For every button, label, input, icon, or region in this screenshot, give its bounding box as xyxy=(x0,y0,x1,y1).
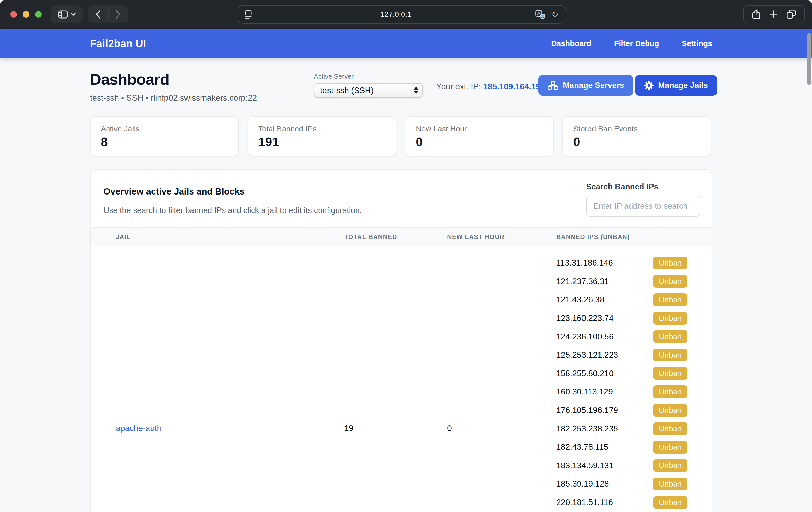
external-ip-label: Your ext. IP: xyxy=(436,82,481,91)
banned-ip: 123.160.223.74 xyxy=(556,313,613,323)
browser-window: 127.0.0.1 A 文 ↻ xyxy=(0,0,812,512)
nav-link-settings[interactable]: Settings xyxy=(682,39,712,48)
unban-button[interactable]: Unban xyxy=(653,349,688,362)
sitemap-icon xyxy=(548,81,558,90)
column-header-new-last-hour: NEW LAST HOUR xyxy=(447,233,556,240)
search-banned-ips-input[interactable] xyxy=(586,196,700,217)
manage-servers-button[interactable]: Manage Servers xyxy=(538,75,633,96)
table-row: apache-auth 19 0 113.31.186.146 Unban 12… xyxy=(91,247,712,512)
reload-icon[interactable]: ↻ xyxy=(551,10,558,19)
overview-card: Overview active Jails and Blocks Use the… xyxy=(90,169,712,512)
unban-button[interactable]: Unban xyxy=(653,386,688,398)
unban-button[interactable]: Unban xyxy=(653,293,688,306)
zoom-window-button[interactable] xyxy=(35,11,42,18)
active-server-value: test-ssh (SSH) xyxy=(320,86,414,95)
active-server-group: Active Server test-ssh (SSH) xyxy=(314,73,423,97)
banned-ip-row: 158.255.80.210 Unban xyxy=(556,364,688,383)
url-text: 127.0.0.1 xyxy=(256,10,535,19)
stat-value: 8 xyxy=(101,135,228,149)
banned-ip: 158.255.80.210 xyxy=(556,369,613,378)
tab-overview-icon[interactable] xyxy=(786,9,796,19)
overview-subtitle: Use the search to filter banned IPs and … xyxy=(104,206,362,215)
app-brand[interactable]: Fail2ban UI xyxy=(90,38,146,49)
stat-card-total-banned: Total Banned IPs 191 xyxy=(248,116,396,157)
svg-text:A: A xyxy=(537,11,540,16)
banned-ip-row: 121.43.26.38 Unban xyxy=(556,290,688,309)
manage-servers-label: Manage Servers xyxy=(563,81,624,90)
app-navbar: Fail2ban UI Dashboard Filter Debug Setti… xyxy=(0,29,812,58)
unban-button[interactable]: Unban xyxy=(653,478,688,490)
overview-title: Overview active Jails and Blocks xyxy=(104,186,245,197)
stat-cards: Active Jails 8 Total Banned IPs 191 New … xyxy=(90,116,722,157)
active-server-select[interactable]: test-ssh (SSH) xyxy=(314,83,423,97)
stat-card-active-jails: Active Jails 8 xyxy=(90,116,239,157)
chevron-down-icon xyxy=(71,13,76,16)
stat-card-stored-ban-events: Stored Ban Events 0 xyxy=(562,116,711,157)
close-window-button[interactable] xyxy=(10,11,17,18)
banned-ip: 185.39.19.128 xyxy=(556,479,609,489)
share-icon[interactable] xyxy=(752,9,760,19)
banned-ip: 113.31.186.146 xyxy=(556,258,613,267)
translate-icon[interactable]: A 文 xyxy=(535,10,545,19)
external-ip: Your ext. IP: 185.109.164.199 xyxy=(436,82,545,91)
page-subtitle: test-ssh • SSH • rlinfp02.swissmakers.co… xyxy=(90,93,257,103)
manage-jails-button[interactable]: Manage Jails xyxy=(635,75,717,96)
unban-button[interactable]: Unban xyxy=(653,367,688,380)
scrollbar[interactable] xyxy=(807,33,811,85)
nav-link-dashboard[interactable]: Dashboard xyxy=(551,39,591,48)
unban-button[interactable]: Unban xyxy=(653,330,688,343)
sidebar-toggle-button[interactable] xyxy=(51,5,83,23)
unban-button[interactable]: Unban xyxy=(653,312,688,325)
stat-label: Stored Ban Events xyxy=(573,124,700,133)
banned-ip: 220.181.51.116 xyxy=(556,497,613,507)
banned-ip-row: 123.160.223.74 Unban xyxy=(556,309,688,328)
forward-button[interactable] xyxy=(108,5,128,23)
table-header-row: JAIL TOTAL BANNED NEW LAST HOUR BANNED I… xyxy=(91,227,712,247)
unban-button[interactable]: Unban xyxy=(653,422,688,435)
jail-total-banned: 19 xyxy=(344,424,353,433)
sidebar-icon xyxy=(58,10,68,19)
banned-ip: 176.105.196.179 xyxy=(556,405,618,415)
banned-ip: 121.237.36.31 xyxy=(556,277,609,286)
unban-button[interactable]: Unban xyxy=(653,275,688,288)
banned-ip-row: 124.236.100.56 Unban xyxy=(556,327,688,346)
minimize-window-button[interactable] xyxy=(23,11,29,18)
banned-ip-row: 125.253.121.223 Unban xyxy=(556,346,688,364)
history-nav-group xyxy=(88,5,128,23)
stat-value: 0 xyxy=(573,135,700,149)
unban-button[interactable]: Unban xyxy=(653,404,688,417)
search-banned-ips-label: Search Banned IPs xyxy=(586,182,658,192)
banned-ip: 124.236.100.56 xyxy=(556,332,613,341)
browser-chrome: 127.0.0.1 A 文 ↻ xyxy=(0,0,812,29)
banned-ip: 182.43.78.115 xyxy=(556,442,608,452)
unban-button[interactable]: Unban xyxy=(653,459,688,472)
toolbar-right-cluster xyxy=(743,5,805,23)
banned-ip-row: 113.31.186.146 Unban xyxy=(556,254,688,272)
stat-card-new-last-hour: New Last Hour 0 xyxy=(405,116,554,157)
back-button[interactable] xyxy=(88,5,108,23)
jail-link[interactable]: apache-auth xyxy=(116,424,162,433)
overview-card-header: Overview active Jails and Blocks Use the… xyxy=(91,170,712,227)
unban-button[interactable]: Unban xyxy=(653,496,688,509)
stat-value: 191 xyxy=(258,135,385,149)
banned-ip-row: 182.253.238.235 Unban xyxy=(556,419,688,438)
new-tab-icon[interactable] xyxy=(769,10,778,18)
page-settings-icon[interactable] xyxy=(244,10,252,19)
chevron-right-icon xyxy=(116,10,121,19)
external-ip-value[interactable]: 185.109.164.199 xyxy=(483,82,545,91)
unban-button[interactable]: Unban xyxy=(653,441,688,454)
banned-ip-row: 121.237.36.31 Unban xyxy=(556,272,688,291)
banned-ip: 183.134.59.131 xyxy=(556,461,613,470)
unban-button[interactable]: Unban xyxy=(653,257,688,269)
banned-ip-list: 113.31.186.146 Unban 121.237.36.31 Unban… xyxy=(556,247,712,511)
banned-ip: 121.43.26.38 xyxy=(556,295,604,304)
nav-link-filter-debug[interactable]: Filter Debug xyxy=(614,39,659,48)
banned-ip: 160.30.113.129 xyxy=(556,387,613,396)
column-header-jail: JAIL xyxy=(91,233,344,240)
traffic-lights xyxy=(6,11,47,18)
active-server-label: Active Server xyxy=(314,73,423,81)
banned-ip-row: 183.134.59.131 Unban xyxy=(556,456,688,475)
column-header-total-banned: TOTAL BANNED xyxy=(344,233,447,240)
column-header-banned-ips: BANNED IPS (UNBAN) xyxy=(556,233,712,240)
address-bar[interactable]: 127.0.0.1 A 文 ↻ xyxy=(237,5,566,24)
